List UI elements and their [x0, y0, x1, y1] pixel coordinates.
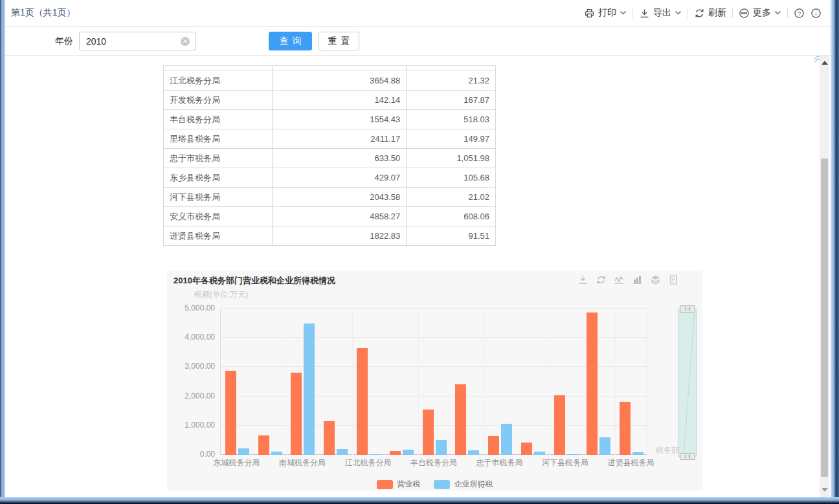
table-cell: 608.06 [407, 207, 496, 226]
chevron-down-icon [620, 10, 627, 16]
svg-text:i: i [815, 10, 817, 16]
print-button[interactable]: 打印 [584, 7, 627, 19]
data-zoom-handle-bottom[interactable] [680, 453, 695, 460]
table-row: 东乡县税务局429.07105.68 [164, 168, 496, 188]
download-icon [639, 8, 650, 19]
window-border-bottom [0, 497, 839, 504]
export-button[interactable]: 导出 [639, 7, 682, 19]
bar-营业税 [324, 421, 335, 455]
stack-icon[interactable] [650, 274, 661, 285]
data-zoom-shadow [679, 309, 697, 457]
page-indicator: 第1页（共1页） [11, 7, 76, 19]
chevron-down-icon [675, 10, 682, 16]
data-zoom-handle-top[interactable] [680, 305, 695, 312]
help-button[interactable]: ? [794, 8, 805, 19]
bar-营业税 [554, 395, 565, 455]
chart-title: 2010年各税务部门营业税和企业所得税情况 [173, 275, 335, 287]
reset-button[interactable]: 重置 [319, 32, 359, 50]
bar-chart-icon[interactable] [632, 274, 643, 285]
toolbar-separator [688, 8, 688, 18]
chart-plot-area [220, 309, 647, 455]
legend-label: 营业税 [397, 479, 421, 490]
tax-chart: 2010年各税务部门营业税和企业所得税情况 税额(单位:万元) 税务部 [167, 270, 702, 490]
table-row: 进贤县税务局1822.8391.51 [164, 226, 496, 246]
more-button[interactable]: 更多 [739, 7, 781, 19]
ellipsis-circle-icon [739, 8, 750, 19]
report-table: 江北税务分局3654.8821.32开发税务分局142.14167.87丰台税务… [163, 65, 496, 246]
export-label: 导出 [653, 7, 671, 19]
gridline [221, 308, 648, 309]
bar-企业所得税 [501, 424, 512, 455]
restore-icon[interactable] [596, 274, 607, 285]
legend-swatch [434, 480, 450, 489]
scrollbar-thumb[interactable] [821, 159, 828, 477]
y-axis-title: 税额(单位:万元) [194, 289, 248, 300]
table-cell: 里塔县税务局 [164, 129, 273, 148]
x-tick-label: 进贤县税务局 [589, 457, 673, 468]
refresh-icon [694, 8, 705, 19]
refresh-button[interactable]: 刷新 [694, 7, 726, 19]
y-tick-label: 1,000.00 [167, 421, 215, 430]
table-cell: 167.87 [407, 91, 496, 109]
vertical-scrollbar[interactable] [820, 56, 829, 497]
legend-item[interactable]: 营业税 [377, 479, 421, 490]
refresh-label: 刷新 [708, 7, 726, 19]
clear-input-icon[interactable]: ✕ [181, 37, 190, 46]
table-cell: 91.51 [407, 226, 496, 245]
download-icon[interactable] [577, 274, 588, 285]
bar-企业所得税 [304, 323, 315, 455]
table-cell: 429.07 [273, 168, 407, 187]
legend-item[interactable]: 企业所得税 [434, 479, 493, 490]
toolbar-separator [632, 8, 633, 18]
gridline [484, 309, 484, 455]
table-cell: 忠于市税务局 [164, 149, 273, 168]
bar-营业税 [291, 373, 302, 455]
top-toolbar: 第1页（共1页） 打印 导出 刷新 [5, 0, 831, 27]
chart-legend: 营业税企业所得税 [167, 479, 702, 490]
window-border-right [831, 0, 839, 504]
toolbar-actions: 打印 导出 刷新 更多 [584, 7, 822, 19]
search-button[interactable]: 查询 [269, 32, 312, 50]
bar-企业所得税 [238, 448, 249, 455]
table-row-partial [164, 66, 496, 71]
year-input[interactable] [80, 32, 170, 50]
table-cell: 518.03 [407, 110, 496, 129]
info-button[interactable]: i [811, 8, 822, 19]
table-cell: 633.50 [273, 149, 407, 168]
table-cell: 丰台税务分局 [164, 110, 273, 129]
gridline [221, 425, 648, 426]
gridline [221, 396, 648, 397]
bar-营业税 [390, 451, 401, 455]
table-row: 丰台税务分局1554.43518.03 [164, 110, 496, 129]
bar-企业所得税 [370, 454, 381, 455]
chevron-down-icon [774, 10, 781, 16]
scroll-down-arrow-icon[interactable] [822, 488, 828, 492]
svg-text:?: ? [798, 10, 801, 16]
table-cell: 河下县税务局 [164, 188, 273, 206]
table-cell: 1,051.98 [407, 149, 496, 168]
table-row: 开发税务分局142.14167.87 [164, 91, 496, 110]
bar-企业所得税 [468, 450, 479, 455]
table-cell: 21.32 [407, 71, 496, 90]
bar-企业所得税 [534, 452, 545, 455]
table-cell: 东乡县税务局 [164, 168, 273, 187]
toolbar-separator [732, 8, 733, 18]
scroll-up-arrow-icon[interactable] [822, 61, 828, 65]
data-view-icon[interactable] [668, 274, 679, 285]
table-row: 江北税务分局3654.8821.32 [164, 71, 496, 91]
collapse-panel-icon[interactable] [812, 56, 820, 64]
table-row: 安义市税务局4858.27608.06 [164, 207, 496, 226]
gridline [287, 309, 287, 455]
table-cell: 进贤县税务局 [164, 226, 273, 245]
bar-营业税 [620, 402, 631, 455]
gridline [221, 366, 648, 367]
line-chart-icon[interactable] [614, 274, 625, 285]
data-zoom-slider[interactable] [678, 309, 697, 457]
printer-icon [584, 8, 595, 19]
toolbar-separator [787, 8, 788, 18]
bar-营业税 [357, 348, 368, 455]
gridline [615, 309, 616, 455]
bar-营业税 [225, 371, 236, 455]
gridline [221, 337, 648, 338]
query-panel: 年份 ✕ 查询 重置 [5, 27, 831, 56]
